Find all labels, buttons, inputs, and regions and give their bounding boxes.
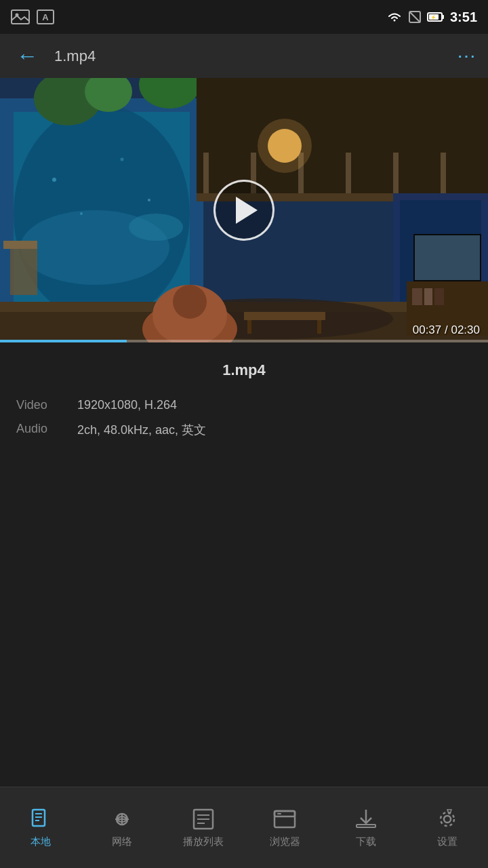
svg-text:A: A bbox=[42, 12, 49, 22]
svg-rect-47 bbox=[424, 288, 432, 305]
svg-point-72 bbox=[444, 816, 451, 823]
svg-rect-46 bbox=[412, 288, 422, 305]
svg-point-39 bbox=[173, 285, 207, 319]
network-icon bbox=[110, 807, 134, 831]
nav-label-playlist: 播放列表 bbox=[183, 835, 224, 848]
more-options-button[interactable]: ⋯ bbox=[457, 45, 477, 67]
nav-item-playlist[interactable]: 播放列表 bbox=[169, 807, 237, 848]
gallery-icon bbox=[11, 9, 30, 24]
svg-rect-24 bbox=[203, 153, 209, 193]
video-player[interactable]: 00:37 / 02:30 bbox=[0, 78, 488, 342]
status-time: 3:51 bbox=[450, 9, 477, 25]
status-bar-right-icons: ⚡ 3:51 bbox=[386, 9, 477, 25]
svg-rect-70 bbox=[357, 825, 375, 827]
svg-point-54 bbox=[148, 199, 150, 201]
svg-point-31 bbox=[258, 119, 312, 173]
battery-icon: ⚡ bbox=[427, 11, 445, 23]
svg-point-53 bbox=[121, 158, 124, 161]
app-bar: ← 1.mp4 ⋯ bbox=[0, 34, 488, 78]
svg-rect-40 bbox=[244, 312, 325, 320]
nav-label-browser: 浏览器 bbox=[270, 835, 300, 848]
browser-icon bbox=[272, 807, 297, 831]
play-button[interactable] bbox=[214, 180, 274, 241]
svg-text:⚡: ⚡ bbox=[430, 14, 436, 20]
nav-item-network[interactable]: 网络 bbox=[88, 807, 156, 848]
download-icon bbox=[354, 807, 378, 831]
video-value: 1920x1080, H.264 bbox=[77, 398, 177, 412]
nav-label-download: 下载 bbox=[356, 835, 376, 848]
file-title: 1.mp4 bbox=[16, 361, 472, 379]
nav-item-browser[interactable]: 浏览器 bbox=[251, 807, 319, 848]
svg-point-73 bbox=[441, 812, 454, 826]
svg-rect-69 bbox=[277, 813, 281, 814]
svg-line-5 bbox=[409, 12, 420, 22]
nav-item-download[interactable]: 下载 bbox=[332, 807, 400, 848]
video-meta-row: Video 1920x1080, H.264 bbox=[16, 398, 472, 412]
svg-rect-48 bbox=[434, 288, 444, 305]
video-progress-fill bbox=[0, 340, 127, 342]
wifi-icon bbox=[386, 11, 403, 23]
nav-label-settings: 设置 bbox=[437, 835, 458, 848]
meta-table: Video 1920x1080, H.264 Audio 2ch, 48.0kH… bbox=[16, 398, 472, 438]
svg-rect-27 bbox=[346, 153, 351, 193]
app-bar-title: 1.mp4 bbox=[54, 47, 446, 65]
settings-icon bbox=[435, 807, 460, 831]
nav-label-local: 本地 bbox=[30, 835, 51, 848]
nav-item-settings[interactable]: 设置 bbox=[413, 807, 481, 848]
audio-label: Audio bbox=[16, 422, 77, 436]
svg-point-51 bbox=[52, 178, 56, 182]
svg-rect-55 bbox=[415, 235, 480, 280]
play-triangle-icon bbox=[236, 197, 258, 224]
bottom-navigation: 本地 网络 播放列表 bbox=[0, 787, 488, 868]
svg-rect-42 bbox=[317, 320, 321, 334]
no-sim-icon bbox=[408, 10, 422, 24]
svg-rect-28 bbox=[393, 153, 399, 193]
video-label: Video bbox=[16, 398, 77, 412]
audio-meta-row: Audio 2ch, 48.0kHz, aac, 英文 bbox=[16, 422, 472, 438]
status-bar-left-icons: A bbox=[11, 9, 54, 24]
svg-point-52 bbox=[80, 212, 83, 215]
svg-rect-0 bbox=[12, 10, 29, 24]
svg-rect-29 bbox=[441, 153, 446, 193]
file-info-section: 1.mp4 Video 1920x1080, H.264 Audio 2ch, … bbox=[0, 342, 488, 458]
svg-rect-41 bbox=[247, 320, 251, 334]
svg-point-15 bbox=[129, 214, 183, 241]
video-progress-bar[interactable] bbox=[0, 340, 488, 342]
status-bar: A ⚡ 3:51 bbox=[0, 0, 488, 34]
nav-label-network: 网络 bbox=[112, 835, 132, 848]
svg-rect-49 bbox=[10, 248, 37, 295]
svg-rect-50 bbox=[3, 241, 37, 249]
audio-value: 2ch, 48.0kHz, aac, 英文 bbox=[77, 422, 206, 438]
local-icon bbox=[28, 807, 53, 831]
nav-item-local[interactable]: 本地 bbox=[7, 807, 75, 848]
playlist-icon bbox=[191, 807, 216, 831]
back-button[interactable]: ← bbox=[11, 41, 43, 71]
svg-rect-7 bbox=[442, 15, 444, 19]
font-icon: A bbox=[37, 9, 54, 24]
video-time-display: 00:37 / 02:30 bbox=[413, 323, 480, 337]
